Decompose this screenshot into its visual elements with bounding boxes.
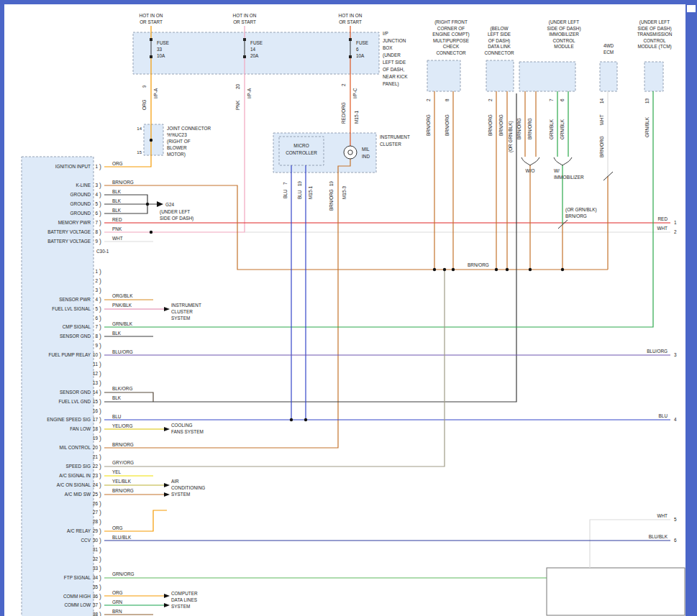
check-connector-header: ENGINE COMPT) [432,32,469,37]
offpage-wire-color: BLU/BLK [649,534,668,539]
joint-connector-label: BLOWER [167,145,187,150]
ground-name: G24 [165,202,175,207]
pin-bracket: ) [99,574,101,581]
pin-bracket: ) [99,333,101,340]
system-label-cluster: SYSTEM [171,316,190,321]
system-label-ac: AIR [171,479,179,484]
vertical-label: 19 [297,180,302,186]
ground-location: SIDE OF DASH) [160,216,193,221]
pin-wire-color: ORG [112,161,123,166]
option-with-immobilizer: W/ [554,168,560,173]
pin-number: 24 [93,482,99,487]
check-connector-box [427,60,460,91]
pin-number: 16 [93,408,99,413]
immobilizer-header: MODULE [554,44,573,49]
vertical-label: M15-1 [354,110,359,124]
fuse-number: 6 [356,47,359,52]
pin-bracket: ) [99,370,101,377]
pin-wire-color: BLK [112,208,122,213]
arrow-data-lines-1 [164,594,170,598]
alt-color-note: (OR GRN/BLK) [565,207,597,213]
vertical-label: 7 [283,182,288,185]
scrollbar[interactable] [685,0,697,616]
tcm-box [644,62,663,91]
pin-bracket: ) [99,556,101,563]
hot-label: OR START [339,19,362,24]
check-connector-header: MULTIPURPOSE [433,38,469,43]
scrollbar-button[interactable] [687,5,696,12]
vertical-label: PNK [235,100,240,110]
junction-dots [146,139,564,421]
pin-wire-color: YEL/BLK [112,479,132,484]
vertical-label: 2 [426,98,431,101]
vertical-label: BRN/ORG [527,118,532,139]
fourwd-ecm-box [600,62,617,91]
hot-label: OR START [233,19,256,24]
vertical-label: BRN/ORG [488,114,493,136]
tcm-header: SIDE OF DASH) [637,26,671,32]
pin-wire-color: BLK [112,395,122,400]
vertical-label: 14 [599,98,604,104]
pin-bracket: ) [99,416,101,423]
dlc-header: CONNECTOR [484,50,514,55]
pin-bracket: ) [99,219,101,226]
micro-controller-label: MICRO [293,143,309,148]
wire-battery-voltage-pnk [104,57,245,232]
pin-wire-color: BLK [112,198,122,203]
pin-number: 6 [95,211,98,216]
ip-box-label: LEFT SIDE [383,60,406,65]
pin-bracket: ) [99,611,101,616]
pin-wire-color: BRN/ORG [112,488,134,493]
pin-bracket: ) [99,546,101,553]
pin-bracket: ) [99,210,101,217]
wire-offpage-5 [590,520,670,568]
vertical-wire-labels: 9I/P-AORG20I/P-APNK2I/P-CRED/ORGM15-17BL… [142,83,650,211]
mil-ind-label: IND [362,154,370,159]
pin-signal-name: GROUND [70,201,91,206]
option-without-immobilizer: W/O [526,168,535,173]
pin-number: 20 [93,445,99,450]
pin-bracket: ) [99,277,101,285]
pin-bracket: ) [99,602,101,609]
offpage-number: 6 [674,538,677,543]
hot-label: HOT IN ON [140,13,163,18]
pin-bracket: ) [99,426,101,433]
tcm-header: MODULE (TCM) [637,44,671,50]
offpage-wire-color: BLU [659,413,668,418]
pin-number: 1 [95,269,98,274]
vertical-label: BLU [283,189,288,198]
ground-symbol-icon [157,201,163,207]
fourwd-ecm-header: 4WD [603,43,614,48]
pin-signal-name: CMP SIGNAL [63,324,91,329]
pin-number: 38 [93,612,99,616]
system-label-ac: SYSTEM [171,492,190,497]
vertical-label: 19 [329,180,334,186]
vertical-label: WHT [599,114,604,125]
pin-wire-color: ORG/BLK [112,293,133,298]
pin-wire-color: BLK [112,189,122,194]
micro-controller-label: CONTROLLER [286,150,317,155]
check-connector-header: CORNER OF [437,26,465,31]
ip-box-label: I/P [383,31,388,36]
pin-bracket: ) [99,163,101,170]
pin-number: 25 [93,492,99,497]
pin-number: 4 [95,192,98,197]
joint-connector-pin: 14 [137,127,142,131]
pin-number: 11 [93,362,98,367]
pin-bracket: ) [99,380,101,387]
labels: HOT IN ON OR START HOT IN ON OR START HO… [96,13,673,609]
vertical-label: 8 [445,98,450,101]
bottom-right-module-box [547,568,685,615]
pin-wire-color: GRN/BLK [112,321,133,326]
system-label-cooling: FANS SYSTEM [171,429,204,434]
arrow-cooling-system [164,427,170,431]
system-label-data-lines: SYSTEM [171,604,190,609]
fuse-amps: 10A [356,53,365,58]
ip-box-label: BOX [383,45,393,50]
pin-signal-name: MEMORY PWR [58,220,91,225]
pin-number: 2 [95,278,98,283]
pin-signal-name: FAN LOW [70,426,91,431]
pin-bracket: ) [99,398,101,405]
pin-signal-name: CCV [81,538,91,543]
pin-bracket: ) [99,268,101,275]
